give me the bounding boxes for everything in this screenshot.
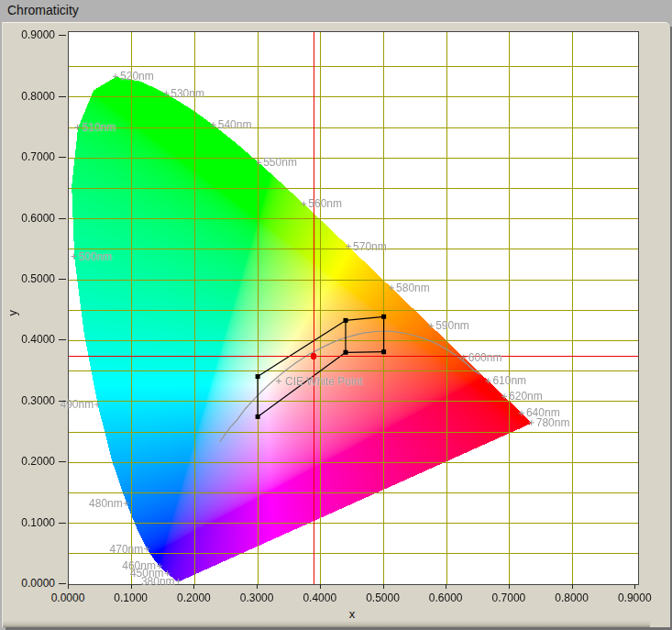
y-tick-mark xyxy=(59,401,66,402)
cie-white-point-marker xyxy=(276,379,281,384)
window-titlebar: Chromaticity xyxy=(0,0,672,22)
y-tick-mark xyxy=(59,96,66,97)
y-tick-label: 0.0000 xyxy=(2,577,55,590)
y-tick-label: 0.6000 xyxy=(2,212,55,225)
measured-point-dot xyxy=(311,353,317,359)
y-tick-label: 0.2000 xyxy=(2,455,55,468)
y-tick-label: 0.5000 xyxy=(2,272,55,285)
x-tick-label: 0.9000 xyxy=(609,591,660,604)
x-tick-mark xyxy=(193,584,194,589)
y-tick-mark xyxy=(59,157,66,158)
x-tick-label: 0.1000 xyxy=(105,591,157,604)
x-tick-label: 0.8000 xyxy=(546,591,598,604)
x-tick-label: 0.6000 xyxy=(420,591,471,604)
x-tick-label: 0.0000 xyxy=(42,591,94,604)
y-tick-label: 0.3000 xyxy=(2,394,55,407)
x-tick-label: 0.5000 xyxy=(358,591,409,604)
y-tick-mark xyxy=(59,218,66,219)
x-tick-mark xyxy=(320,584,321,589)
y-tick-mark xyxy=(59,279,66,280)
plot-area[interactable]: 380nm450nm460nm470nm480nm490nm500nm510nm… xyxy=(68,31,639,585)
window-title: Chromaticity xyxy=(7,3,79,17)
y-tick-label: 0.8000 xyxy=(2,90,55,103)
y-tick-label: 0.9000 xyxy=(2,28,55,41)
cursor-crosshair[interactable] xyxy=(69,32,638,584)
y-tick-mark xyxy=(59,461,66,462)
y-tick-mark xyxy=(59,35,66,36)
y-tick-mark xyxy=(59,583,66,584)
x-tick-label: 0.2000 xyxy=(168,591,219,604)
x-axis-title: x xyxy=(326,607,378,621)
x-tick-mark xyxy=(68,584,69,589)
panel-bottom-bevel-edge xyxy=(3,621,650,627)
x-tick-mark xyxy=(131,584,132,589)
chromaticity-window: Chromaticity 380nm450nm460nm470nm480nm49… xyxy=(0,0,672,630)
x-tick-mark xyxy=(257,584,258,589)
panel-right-bevel-edge xyxy=(648,23,670,627)
y-tick-label: 0.4000 xyxy=(2,333,55,346)
y-tick-label: 0.7000 xyxy=(2,150,55,163)
x-tick-label: 0.3000 xyxy=(231,591,282,604)
x-tick-mark xyxy=(446,584,446,589)
gridlines xyxy=(69,32,638,584)
x-tick-mark xyxy=(383,584,384,589)
y-tick-mark xyxy=(59,339,66,340)
x-tick-mark xyxy=(572,584,573,589)
wavelength-point-markers xyxy=(72,73,534,583)
x-tick-label: 0.4000 xyxy=(294,591,346,604)
y-axis-title: y xyxy=(6,304,19,316)
plot-overlay-svg xyxy=(69,32,638,584)
x-tick-mark xyxy=(634,584,635,589)
y-tick-mark xyxy=(59,523,66,524)
x-tick-label: 0.7000 xyxy=(483,591,534,604)
planckian-locus-curve xyxy=(220,331,480,442)
y-tick-label: 0.1000 xyxy=(2,516,55,529)
x-tick-mark xyxy=(509,584,510,589)
